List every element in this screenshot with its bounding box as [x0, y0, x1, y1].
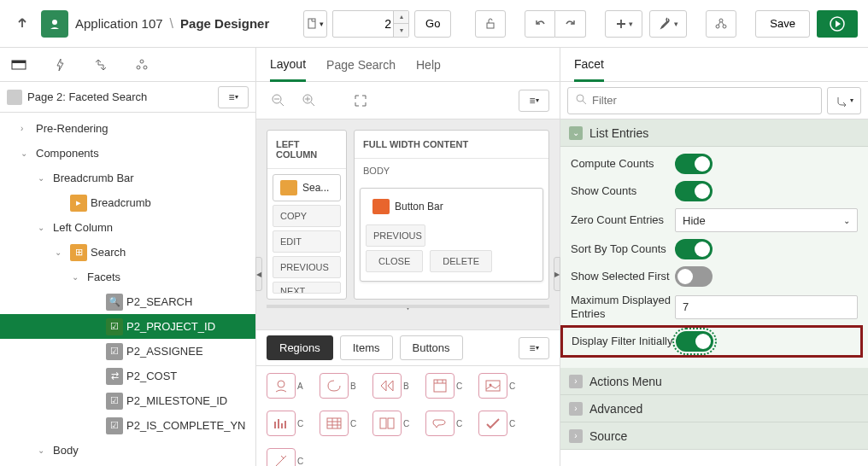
gallery-icon	[372, 373, 402, 399]
section-advanced[interactable]: › Advanced	[560, 395, 868, 422]
gallery-icon	[372, 411, 402, 436]
canvas-next[interactable]: NEXT	[273, 282, 341, 294]
processing-tab-icon[interactable]	[92, 56, 109, 73]
tree-item-p2-cost[interactable]: ⇄P2_COST	[0, 364, 255, 388]
gallery-item[interactable]: A	[267, 373, 308, 399]
dynamic-actions-tab-icon[interactable]	[51, 56, 68, 73]
gallery-menu-button[interactable]: ≡ ▾	[519, 337, 549, 359]
svg-point-14	[278, 381, 284, 387]
tree-item-p2-is-complete-yn[interactable]: ☑P2_IS_COMPLETE_YN	[0, 413, 255, 438]
body-label: BODY	[355, 159, 548, 183]
tree-item-breadcrumb[interactable]: ▸Breadcrumb	[0, 190, 255, 215]
zoom-out-icon[interactable]	[267, 89, 290, 113]
tree-menu-button[interactable]: ≡ ▾	[218, 86, 249, 108]
gallery-item[interactable]: C	[267, 448, 308, 466]
item-icon: 🔍	[106, 294, 123, 311]
canvas-previous[interactable]: PREVIOUS	[273, 256, 341, 278]
gallery-icon	[425, 411, 455, 436]
prop-show-selected-label: Show Selected First	[571, 270, 675, 283]
layout-menu-button[interactable]: ≡ ▾	[519, 90, 549, 112]
svg-point-4	[716, 25, 719, 28]
shared-components-button[interactable]	[706, 10, 736, 38]
input-max-displayed[interactable]: 7	[675, 295, 858, 319]
tab-page-search[interactable]: Page Search	[326, 48, 396, 82]
region-icon	[280, 180, 297, 195]
gallery-icon	[478, 411, 507, 436]
search-icon	[575, 93, 587, 108]
tree-item-p2-assignee[interactable]: ☑P2_ASSIGNEE	[0, 339, 255, 364]
toggle-show-counts[interactable]	[675, 181, 713, 201]
canvas-delete[interactable]: DELETE	[430, 250, 492, 272]
page-spinner[interactable]: ▴▾	[393, 11, 408, 37]
redo-button[interactable]	[555, 10, 586, 38]
back-button[interactable]	[10, 12, 34, 36]
svg-point-9	[140, 60, 144, 63]
tree-item-search[interactable]: ⌄⊞Search	[0, 240, 255, 265]
tree-item-facets[interactable]: ⌄Facets	[0, 265, 255, 289]
section-list-entries[interactable]: ⌄ List Entries	[560, 119, 868, 147]
canvas-full-width[interactable]: FULL WIDTH CONTENT BODY Button Bar PREVI…	[354, 130, 549, 300]
shared-tab-icon[interactable]	[133, 56, 150, 73]
gallery-item[interactable]: C	[267, 411, 308, 436]
gallery-item[interactable]: C	[372, 411, 413, 436]
canvas-previous2[interactable]: PREVIOUS	[366, 224, 425, 247]
gallery-tab-items[interactable]: Items	[340, 335, 393, 360]
filter-options-button[interactable]: ▾	[827, 87, 861, 114]
item-icon: ☑	[106, 417, 123, 434]
region-search[interactable]: Sea...	[273, 174, 341, 201]
filter-input[interactable]	[592, 94, 814, 107]
section-actions-menu[interactable]: › Actions Menu	[560, 368, 868, 395]
canvas-copy[interactable]: COPY	[273, 205, 341, 227]
tree-item-body[interactable]: ⌄Body	[0, 438, 255, 463]
tab-facet[interactable]: Facet	[574, 48, 604, 82]
gallery-tab-regions[interactable]: Regions	[267, 335, 333, 360]
svg-point-21	[577, 95, 584, 102]
tab-layout[interactable]: Layout	[270, 48, 306, 82]
svg-rect-19	[380, 418, 386, 428]
rendering-tab-icon[interactable]	[10, 56, 27, 73]
gallery-item[interactable]: B	[372, 373, 413, 399]
gallery-item[interactable]: C	[425, 411, 466, 436]
item-icon: ☑	[106, 318, 123, 335]
splitter-left[interactable]: ◀	[255, 257, 262, 291]
gallery-item[interactable]: C	[478, 411, 519, 436]
select-zero-count[interactable]: Hide⌄	[675, 208, 858, 232]
save-button[interactable]: Save	[755, 10, 810, 38]
tab-help[interactable]: Help	[416, 48, 441, 82]
tree-item-left-column[interactable]: ⌄Left Column	[0, 215, 255, 240]
tree-item-components[interactable]: ⌄Components	[0, 141, 255, 166]
app-name[interactable]: Application 107	[75, 16, 163, 31]
gallery-item[interactable]: C	[320, 411, 361, 436]
toggle-show-selected[interactable]	[675, 266, 713, 287]
toggle-sort-top[interactable]	[675, 239, 713, 259]
expand-icon[interactable]	[349, 89, 372, 113]
go-button[interactable]: Go	[414, 10, 451, 38]
tree-item-breadcrumb-bar[interactable]: ⌄Breadcrumb Bar	[0, 166, 255, 190]
zoom-in-icon[interactable]	[297, 89, 321, 113]
gallery-item[interactable]: B	[320, 373, 361, 399]
tree-item-p2-search[interactable]: 🔍P2_SEARCH	[0, 289, 255, 314]
tree-item-p2-milestone-id[interactable]: ☑P2_MILESTONE_ID	[0, 388, 255, 413]
section-source[interactable]: › Source	[560, 422, 868, 450]
page-header-title[interactable]: Page 2: Faceted Search	[27, 90, 213, 103]
utilities-button[interactable]: ▾	[649, 10, 687, 38]
toggle-display-filter[interactable]	[676, 331, 713, 352]
gallery-tab-buttons[interactable]: Buttons	[400, 335, 463, 360]
splitter-right[interactable]: ▶	[554, 257, 560, 291]
run-button[interactable]	[817, 10, 858, 38]
undo-button[interactable]	[525, 10, 555, 38]
canvas-close[interactable]: CLOSE	[366, 250, 423, 272]
create-button[interactable]: ▾	[605, 10, 642, 38]
tree-item-prerendering[interactable]: ›Pre-Rendering	[0, 116, 255, 141]
canvas-edit[interactable]: EDIT	[273, 230, 341, 253]
gallery-item[interactable]: C	[425, 373, 466, 399]
lock-button[interactable]	[475, 10, 506, 38]
gallery-item[interactable]: C	[478, 373, 519, 399]
tree-item-p2-project-id[interactable]: ☑P2_PROJECT_ID	[0, 314, 255, 339]
prop-zero-count-label: Zero Count Entries	[571, 213, 675, 227]
canvas-left-column[interactable]: LEFT COLUMN Sea... COPY EDIT PREVIOUS NE…	[267, 130, 347, 300]
prop-display-filter-label: Display Filter Initially	[572, 335, 676, 348]
region-button-bar[interactable]: Button Bar	[366, 194, 537, 219]
toggle-compute-counts[interactable]	[675, 154, 713, 174]
page-select-menu[interactable]: ▾	[303, 10, 327, 38]
